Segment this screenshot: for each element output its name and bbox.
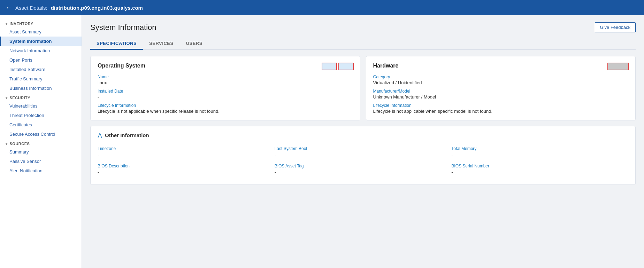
os-badge-1 [322,63,337,70]
sources-section-label: SOURCES [10,142,30,146]
bios-asset-tag-value: - [275,170,452,175]
hw-lifecycle-value: Lifecycle is not applicable when specifi… [373,109,629,114]
sidebar-item-secure-access-control[interactable]: Secure Access Control [0,129,82,139]
give-feedback-button[interactable]: Give Feedback [595,22,636,32]
sidebar-item-summary[interactable]: Summary [0,147,82,157]
sidebar-item-alert-notification[interactable]: Alert Notification [0,166,82,175]
bios-serial-number-value: - [451,170,628,175]
security-section-label: SECURITY [10,96,31,100]
tab-specifications[interactable]: SPECIFICATIONS [90,38,143,50]
hardware-card: Hardware Category Virtualized / Unidenti… [366,56,636,120]
inventory-section-label: INVENTORY [10,22,33,26]
sidebar-item-business-information[interactable]: Business Information [0,84,82,93]
chevron-down-icon-security: ▾ [6,96,8,100]
sidebar-item-system-information[interactable]: System Information [0,37,82,46]
back-icon[interactable]: ← [6,4,12,11]
hw-badge-1 [607,63,629,70]
sidebar-item-open-ports[interactable]: Open Ports [0,55,82,65]
chevron-down-icon: ▾ [6,22,8,26]
chevron-up-icon: ⋀ [98,132,102,139]
operating-system-card: Operating System Name linux Installed Da… [90,56,360,120]
total-memory-field: Total Memory - [451,144,628,161]
tabs-bar: SPECIFICATIONS SERVICES USERS [90,38,636,50]
other-info-grid: Timezone - Last System Boot - Total Memo… [98,144,628,179]
os-name-value: linux [98,80,353,85]
os-name-label: Name [98,74,353,79]
os-installed-date-label: Installed Date [98,89,353,94]
os-card-title: Operating System [98,63,353,69]
sidebar-section-sources[interactable]: ▾ SOURCES [0,139,82,147]
os-badge-2 [338,63,354,70]
tab-users[interactable]: USERS [180,38,209,50]
bios-asset-tag-label: BIOS Asset Tag [275,164,452,168]
sidebar: ▾ INVENTORY Asset Summary System Informa… [0,15,82,268]
bios-serial-number-label: BIOS Serial Number [451,164,628,168]
os-lifecycle-label: Lifecycle Information [98,103,353,108]
hw-category-label: Category [373,74,629,79]
sidebar-item-threat-protection[interactable]: Threat Protection [0,111,82,120]
hw-category-value: Virtualized / Unidentified [373,80,629,85]
other-info-title: Other Information [105,132,149,138]
os-lifecycle-value: Lifecycle is not applicable when specifi… [98,109,353,114]
total-memory-value: - [451,152,628,157]
sidebar-section-security[interactable]: ▾ SECURITY [0,93,82,101]
header-title-label: Asset Details: [15,5,47,11]
hw-badge-group [607,63,629,70]
sidebar-item-traffic-summary[interactable]: Traffic Summary [0,74,82,84]
sidebar-item-installed-software[interactable]: Installed Software [0,65,82,74]
hw-manufacturer-value: Unknown Manufacturer / Model [373,94,629,100]
specs-cards-row: Operating System Name linux Installed Da… [90,56,636,120]
os-installed-date-value: - [98,94,353,100]
sidebar-item-certificates[interactable]: Certificates [0,120,82,129]
sidebar-item-vulnerabilities[interactable]: Vulnerabilities [0,101,82,111]
timezone-label: Timezone [98,146,275,151]
header-title-value: distribution.p09.eng.in03.qualys.com [51,5,143,11]
bios-asset-tag-field: BIOS Asset Tag - [275,161,452,179]
main-content: System Information Give Feedback SPECIFI… [82,15,644,268]
hw-manufacturer-label: Manufacturer/Model [373,89,629,94]
sidebar-section-inventory[interactable]: ▾ INVENTORY [0,19,82,27]
page-title: System Information [90,23,156,32]
app-header: ← Asset Details: distribution.p09.eng.in… [0,0,644,15]
tab-services[interactable]: SERVICES [143,38,180,50]
bios-description-label: BIOS Description [98,164,275,168]
last-system-boot-label: Last System Boot [275,146,452,151]
other-info-header: ⋀ Other Information [98,132,628,139]
hw-lifecycle-label: Lifecycle Information [373,103,629,108]
sidebar-item-asset-summary[interactable]: Asset Summary [0,27,82,37]
other-information-card: ⋀ Other Information Timezone - Last Syst… [90,126,636,185]
page-header: System Information Give Feedback [90,22,636,32]
timezone-value: - [98,152,275,157]
chevron-down-icon-sources: ▾ [6,142,8,146]
last-system-boot-value: - [275,152,452,157]
bios-description-field: BIOS Description - [98,161,275,179]
bios-description-value: - [98,170,275,175]
last-system-boot-field: Last System Boot - [275,144,452,161]
main-layout: ▾ INVENTORY Asset Summary System Informa… [0,15,644,268]
sidebar-item-network-information[interactable]: Network Information [0,46,82,55]
hw-card-title: Hardware [373,63,629,69]
sidebar-item-passive-sensor[interactable]: Passive Sensor [0,157,82,166]
timezone-field: Timezone - [98,144,275,161]
os-badge-group [322,63,354,70]
bios-serial-number-field: BIOS Serial Number - [451,161,628,179]
total-memory-label: Total Memory [451,146,628,151]
